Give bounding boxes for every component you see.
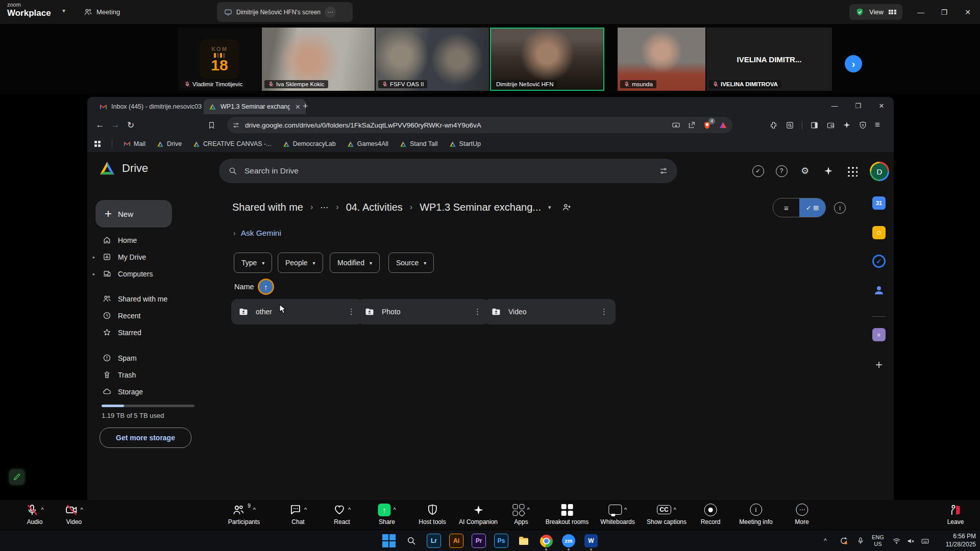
audio-button[interactable]: ^ Audio bbox=[26, 503, 43, 525]
ai-companion-button[interactable]: AI Companion bbox=[459, 503, 498, 525]
taskbar-clock[interactable]: 6:56 PM11/28/2025 bbox=[939, 530, 976, 551]
tray-volume-muted-icon[interactable] bbox=[906, 530, 915, 551]
filter-source[interactable]: Source▾ bbox=[388, 253, 434, 273]
brave-shields-icon[interactable]: 4 bbox=[703, 121, 712, 130]
menu-icon[interactable]: ≡ bbox=[875, 120, 880, 130]
google-apps-grid-icon[interactable] bbox=[846, 165, 858, 177]
taskbar-lightroom-icon[interactable]: Lr bbox=[427, 534, 441, 548]
folder-card-video[interactable]: Video ⋮ bbox=[484, 299, 616, 324]
whiteboards-button[interactable]: ^ Whiteboards bbox=[600, 503, 634, 525]
participants-options-caret[interactable]: ^ bbox=[253, 507, 256, 513]
tasks-icon[interactable]: ✓ bbox=[868, 255, 890, 268]
start-button[interactable] bbox=[382, 534, 396, 548]
browser-minimize-button[interactable]: — bbox=[824, 98, 845, 113]
sidebar-item-trash[interactable]: Trash bbox=[87, 366, 215, 383]
account-avatar[interactable]: D bbox=[870, 162, 889, 181]
participant-tile-active-speaker[interactable]: Dimitrije Nešović HFN bbox=[490, 28, 604, 91]
video-button[interactable]: ^ Video bbox=[65, 503, 83, 525]
breadcrumb-activities[interactable]: 04. Activities bbox=[346, 202, 403, 213]
grid-view-button-active[interactable]: ✓ ⊞ bbox=[799, 198, 825, 217]
browser-tab-drive-active[interactable]: WP1.3 Seminar exchange of goo ✕ bbox=[204, 99, 306, 114]
gemini-sparkle-icon[interactable] bbox=[822, 165, 835, 177]
folder-card-photo[interactable]: Photo ⋮ bbox=[357, 299, 489, 324]
folder-more-icon[interactable]: ⋮ bbox=[348, 307, 356, 316]
react-options-caret[interactable]: ^ bbox=[348, 507, 351, 513]
participants-button[interactable]: 9 ^ Participants bbox=[228, 503, 260, 525]
view-menu[interactable]: View bbox=[849, 4, 902, 20]
apps-options-caret[interactable]: ^ bbox=[527, 507, 529, 513]
get-addons-icon[interactable]: + bbox=[868, 358, 890, 372]
breakout-rooms-button[interactable]: Breakout rooms bbox=[546, 503, 589, 525]
tray-language-switcher[interactable]: ENGUS bbox=[872, 530, 884, 551]
list-view-button[interactable]: ≡ bbox=[773, 198, 799, 217]
share-button[interactable]: ↑ ^ Share bbox=[378, 503, 396, 525]
react-button[interactable]: ^ React bbox=[333, 503, 351, 525]
sidebar-item-spam[interactable]: Spam bbox=[87, 349, 215, 366]
bookmark-creative-canvas[interactable]: CREATIVE CANVAS -... bbox=[193, 140, 272, 147]
tab-more-icon[interactable]: ⋯ bbox=[325, 7, 336, 18]
back-button[interactable]: ← bbox=[92, 120, 108, 130]
video-options-caret[interactable]: ^ bbox=[80, 507, 83, 513]
tab-meeting[interactable]: Meeting bbox=[77, 0, 127, 24]
browser-maximize-button[interactable]: ❐ bbox=[848, 98, 868, 113]
browser-tab-inbox[interactable]: Inbox (445) - dimitrije.nesovic03@gm bbox=[94, 99, 207, 114]
sidebar-item-starred[interactable]: Starred bbox=[87, 324, 215, 341]
expander-icon[interactable]: ▸ bbox=[87, 271, 101, 277]
share-folder-icon[interactable] bbox=[561, 202, 572, 212]
tab-shared-screen[interactable]: Dimitrije Nešović HFN's screen ⋯ bbox=[217, 2, 353, 22]
forward-button[interactable]: → bbox=[108, 120, 123, 130]
apps-button[interactable]: ^ Apps bbox=[512, 503, 529, 525]
taskbar-illustrator-icon[interactable]: Ai bbox=[449, 534, 463, 548]
keep-icon[interactable]: ○ bbox=[868, 226, 890, 239]
sidebar-item-home[interactable]: Home bbox=[87, 232, 215, 248]
sort-ascending-icon[interactable]: ↑ bbox=[259, 280, 273, 293]
taskbar-explorer-icon[interactable] bbox=[517, 534, 531, 548]
offline-status-icon[interactable]: ✓ bbox=[752, 165, 764, 177]
taskbar-photoshop-icon[interactable]: Ps bbox=[494, 534, 508, 548]
workspace-chevron-icon[interactable]: ▾ bbox=[62, 7, 65, 14]
share-page-icon[interactable] bbox=[688, 121, 696, 129]
new-tab-button[interactable]: + bbox=[303, 101, 308, 112]
participant-tile[interactable]: msunda bbox=[618, 28, 705, 91]
annotation-pencil-button[interactable] bbox=[9, 469, 24, 485]
taskbar-zoom-icon[interactable]: zm bbox=[561, 534, 576, 548]
reload-button[interactable]: ↻ bbox=[123, 120, 138, 131]
browser-close-button[interactable]: ✕ bbox=[871, 98, 892, 113]
help-icon[interactable]: ? bbox=[775, 165, 788, 177]
tray-mic-icon[interactable] bbox=[856, 530, 865, 551]
chat-options-caret[interactable]: ^ bbox=[304, 507, 307, 513]
new-button[interactable]: + New bbox=[95, 200, 172, 228]
url-bar[interactable]: drive.google.com/drive/u/0/folders/1FkSa… bbox=[227, 117, 732, 133]
show-captions-button[interactable]: CC ^ Show captions bbox=[647, 503, 687, 525]
bookmark-drive[interactable]: Drive bbox=[157, 140, 182, 147]
next-participants-button[interactable]: › bbox=[845, 55, 862, 72]
details-info-icon[interactable]: i bbox=[834, 202, 846, 214]
sidebar-item-recent[interactable]: Recent bbox=[87, 307, 215, 324]
tray-wifi-icon[interactable] bbox=[892, 530, 901, 551]
drive-search-bar[interactable]: Search in Drive bbox=[219, 159, 677, 183]
sort-by-name[interactable]: Name ↑ bbox=[234, 280, 273, 293]
bookmark-mail[interactable]: Mail bbox=[124, 140, 145, 147]
search-options-icon[interactable] bbox=[659, 166, 668, 176]
sidebar-item-shared-with-me[interactable]: Shared with me bbox=[87, 290, 215, 307]
meeting-info-button[interactable]: i Meeting info bbox=[739, 503, 772, 525]
calendar-icon[interactable]: 31 bbox=[868, 196, 890, 210]
apps-shortcut-icon[interactable] bbox=[94, 141, 101, 147]
leo-ai-icon[interactable] bbox=[843, 121, 851, 129]
vpn-icon[interactable] bbox=[859, 121, 867, 130]
participant-tile[interactable]: IVELINA DIMITR... IVELINA DIMITROVA bbox=[706, 28, 832, 91]
leave-button[interactable]: Leave bbox=[947, 503, 964, 525]
chat-button[interactable]: ^ Chat bbox=[289, 503, 307, 525]
folder-menu-caret-icon[interactable]: ▾ bbox=[548, 204, 551, 211]
site-settings-icon[interactable] bbox=[232, 121, 240, 129]
filter-people[interactable]: People▾ bbox=[278, 253, 323, 273]
audio-options-caret[interactable]: ^ bbox=[41, 507, 43, 513]
addon-notes-icon[interactable]: ≡ bbox=[868, 328, 890, 341]
breadcrumb-current-folder[interactable]: WP1.3 Seminar exchang... bbox=[420, 202, 541, 213]
folder-more-icon[interactable]: ⋮ bbox=[600, 307, 608, 316]
breadcrumb-collapsed[interactable]: ⋯ bbox=[320, 203, 329, 212]
search-tabs-icon[interactable] bbox=[786, 121, 794, 130]
expander-icon[interactable]: ▸ bbox=[87, 255, 101, 260]
wallet-icon[interactable] bbox=[826, 121, 835, 130]
breadcrumb-shared-with-me[interactable]: Shared with me bbox=[232, 202, 303, 213]
